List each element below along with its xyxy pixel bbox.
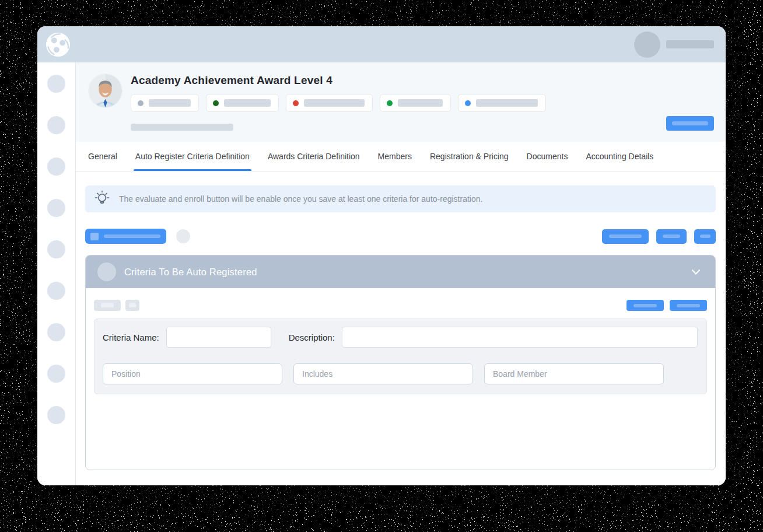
description-input[interactable] xyxy=(342,327,698,348)
tab-awards-criteria-definition[interactable]: Awards Criteria Definition xyxy=(266,142,362,171)
community-logo-icon xyxy=(46,33,70,57)
button-label-placeholder xyxy=(634,304,657,307)
button-label-placeholder xyxy=(677,304,700,307)
status-badge-2 xyxy=(206,94,279,112)
criteria-form-row-1: Criteria Name: Description: xyxy=(103,327,698,348)
profile-tabs: General Auto Register Criteria Definitio… xyxy=(76,142,726,172)
app-window: Academy Achievement Award Level 4 xyxy=(37,26,726,485)
sidebar-nav-item-3[interactable] xyxy=(47,158,65,176)
app-body: Academy Achievement Award Level 4 xyxy=(37,62,726,485)
status-badge-3 xyxy=(286,94,373,112)
criteria-name-label: Criteria Name: xyxy=(103,332,159,342)
tab-documents[interactable]: Documents xyxy=(525,142,570,171)
criteria-toolbar xyxy=(85,229,716,244)
add-criteria-button[interactable] xyxy=(85,229,166,244)
profile-info: Academy Achievement Award Level 4 xyxy=(131,74,666,131)
status-badge-4 xyxy=(380,94,451,112)
tab-registration-pricing[interactable]: Registration & Pricing xyxy=(428,142,510,171)
criteria-chip-button-1[interactable] xyxy=(94,300,121,311)
main-area: Academy Achievement Award Level 4 xyxy=(76,62,726,485)
sidebar-nav-item-6[interactable] xyxy=(47,282,65,300)
page-title: Academy Achievement Award Level 4 xyxy=(131,74,666,87)
description-label: Description: xyxy=(289,332,335,342)
criteria-form: Criteria Name: Description: xyxy=(94,318,707,394)
button-label-placeholder xyxy=(663,235,680,238)
badge-label-placeholder xyxy=(224,99,271,107)
profile-photo xyxy=(89,74,122,107)
toolbar-action-button-2[interactable] xyxy=(656,229,687,244)
status-dot-green xyxy=(387,100,393,106)
button-label-placeholder xyxy=(700,235,710,238)
button-label-placeholder xyxy=(104,235,160,238)
button-label-placeholder xyxy=(672,121,708,125)
status-badge-5 xyxy=(458,94,546,112)
profile-actions xyxy=(666,74,714,131)
status-dot-blue xyxy=(465,100,471,106)
criteria-panel-title: Criteria To Be Auto Registered xyxy=(124,267,257,278)
criteria-panel-body: Criteria Name: Description: xyxy=(86,288,715,470)
sidebar-nav xyxy=(37,62,76,485)
status-dot-red xyxy=(293,100,299,106)
position-filter-input[interactable] xyxy=(103,363,282,384)
sidebar-nav-item-1[interactable] xyxy=(47,75,65,93)
criteria-cancel-button[interactable] xyxy=(670,300,707,311)
user-avatar[interactable] xyxy=(634,32,660,58)
tab-members[interactable]: Members xyxy=(376,142,414,171)
tab-content: The evaluate and enroll button will be e… xyxy=(76,172,726,485)
criteria-icon-placeholder xyxy=(97,262,116,281)
status-dot-gray xyxy=(138,100,144,106)
toolbar-action-button-1[interactable] xyxy=(602,229,649,244)
user-name-placeholder xyxy=(666,40,714,48)
sidebar-nav-item-2[interactable] xyxy=(47,116,65,134)
tab-general[interactable]: General xyxy=(86,142,119,171)
board-member-filter-input[interactable] xyxy=(484,363,664,384)
profile-subtext-placeholder xyxy=(131,124,233,131)
info-banner: The evaluate and enroll button will be e… xyxy=(85,186,716,212)
criteria-form-row-2 xyxy=(103,363,698,384)
tab-auto-register-criteria-definition[interactable]: Auto Register Criteria Definition xyxy=(134,142,251,171)
help-icon[interactable] xyxy=(176,229,190,243)
sidebar-nav-item-9[interactable] xyxy=(47,406,65,424)
badge-label-placeholder xyxy=(398,99,443,107)
toolbar-action-button-3[interactable] xyxy=(694,229,716,244)
sidebar-nav-item-7[interactable] xyxy=(47,323,65,341)
badge-label-placeholder xyxy=(304,99,365,107)
sidebar-nav-item-8[interactable] xyxy=(47,365,65,383)
criteria-panel-header[interactable]: Criteria To Be Auto Registered xyxy=(86,256,715,288)
criteria-pills-row xyxy=(94,300,707,311)
profile-action-button[interactable] xyxy=(666,116,714,131)
sidebar-nav-item-4[interactable] xyxy=(47,199,65,217)
criteria-panel: Criteria To Be Auto Registered xyxy=(85,255,716,470)
profile-header: Academy Achievement Award Level 4 xyxy=(76,62,726,142)
status-dot-dark-green xyxy=(213,100,219,106)
badge-label-placeholder xyxy=(149,99,191,107)
chevron-down-icon[interactable] xyxy=(690,265,702,278)
badge-label-placeholder xyxy=(476,99,538,107)
criteria-name-input[interactable] xyxy=(166,327,271,348)
chip-label-placeholder xyxy=(129,303,136,307)
plus-icon xyxy=(90,233,99,240)
button-label-placeholder xyxy=(609,235,642,238)
chip-label-placeholder xyxy=(101,303,114,307)
app-header xyxy=(37,26,726,62)
sidebar-nav-item-5[interactable] xyxy=(47,240,65,258)
status-badge-1 xyxy=(131,94,199,112)
info-banner-text: The evaluate and enroll button will be e… xyxy=(119,194,482,204)
tab-accounting-details[interactable]: Accounting Details xyxy=(584,142,655,171)
lightbulb-icon xyxy=(93,190,111,208)
criteria-save-button[interactable] xyxy=(626,300,664,311)
status-badges xyxy=(131,94,666,112)
criteria-chip-button-2[interactable] xyxy=(125,300,139,311)
includes-filter-input[interactable] xyxy=(293,363,473,384)
